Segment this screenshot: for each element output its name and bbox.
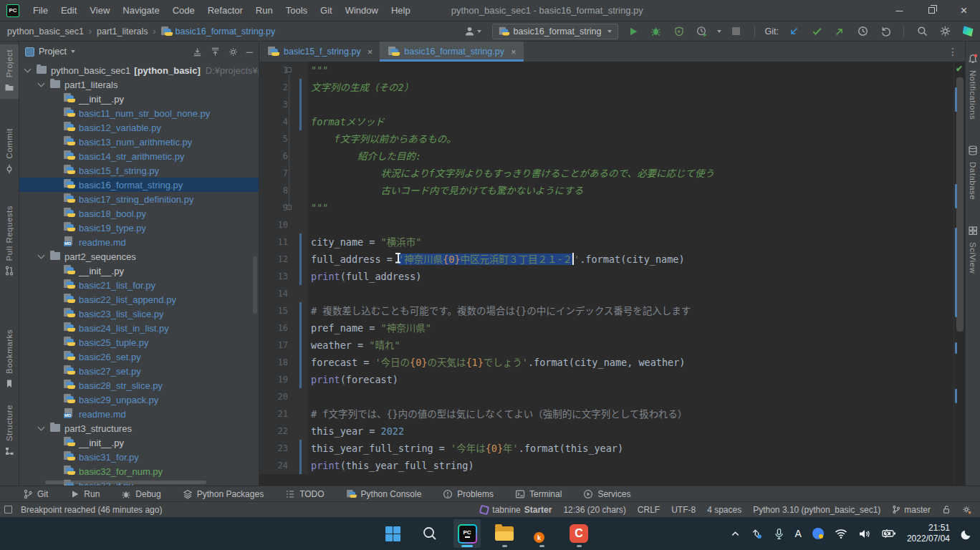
code-line-7[interactable]: 7 状況によりf文字列よりもすっきり書けることがあるので、必要に応じて使う [259, 165, 965, 182]
menu-window[interactable]: Window [339, 0, 385, 21]
tree-item-part1-literals[interactable]: part1_literals [19, 77, 259, 92]
stripe-button-database[interactable]: Database [966, 140, 980, 205]
focus-assist-moon-icon[interactable] [961, 528, 973, 540]
tree-item-basic28-str-slice-py[interactable]: basic28_str_slice.py [19, 378, 259, 392]
tab-basic15-f-string-py[interactable]: basic15_f_string.py× [259, 42, 380, 62]
breadcrumb-item-python-basic-sec1[interactable]: python_basic_sec1 [7, 26, 84, 37]
code-line-15[interactable]: 15# 複数差し込むことも可能です。複数の場合は{}の中にインデックス番号を記入… [259, 302, 965, 319]
tree-item-python-basic-sec1[interactable]: python_basic_sec1[python_basic]D:¥projec… [19, 63, 259, 77]
code-editor[interactable]: 1"""2文字列の生成（その2）34formatメソッド5 f文字列以前からある… [259, 62, 965, 486]
tree-item-init-py[interactable]: __init__.py [19, 92, 259, 106]
tool-window-layout-icon[interactable] [4, 506, 12, 513]
volume-icon[interactable] [858, 529, 871, 539]
tree-item-basic23-list-slice-py[interactable]: basic23_list_slice.py [19, 307, 259, 321]
code-line-12[interactable]: 12full_address = '神奈川県{0}中区元浜町３丁目２１-２'.f… [259, 251, 965, 268]
chevron-down-icon[interactable] [71, 50, 75, 53]
tabnine-button[interactable] [960, 24, 976, 39]
tree-item-basic15-f-string-py[interactable]: basic15_f_string.py [19, 163, 259, 178]
wifi-icon[interactable] [835, 529, 847, 539]
tree-item-basic21-list-for-py[interactable]: basic21_list_for.py [19, 278, 259, 292]
run-configuration-select[interactable]: basic16_format_string [492, 24, 618, 39]
editor-options-kebab-icon[interactable]: ⋮ [941, 42, 965, 62]
code-line-17[interactable]: 17weather = "晴れ" [259, 337, 965, 354]
code-line-6[interactable]: 6 紹介した目的: [259, 148, 965, 165]
tray-chevron-up-icon[interactable] [731, 529, 740, 539]
ime-indicator[interactable]: A [795, 528, 802, 539]
code-line-18[interactable]: 18forecast = '今日の{0}の天気は{1}でしょう'.format(… [259, 354, 965, 371]
stripe-button-pull-requests[interactable]: Pull Requests [0, 201, 19, 282]
tool-window-button-terminal[interactable]: Terminal [515, 489, 562, 499]
stripe-button-notifications[interactable]: Notifications [966, 49, 980, 125]
taskbar-clock[interactable]: 21:51 2022/07/04 [907, 523, 950, 544]
caret-position[interactable]: 12:36 (20 chars) [563, 505, 625, 515]
tool-window-button-python-packages[interactable]: Python Packages [183, 489, 264, 499]
google-drive-icon[interactable] [812, 528, 824, 539]
start-button[interactable] [379, 519, 406, 548]
minimize-button[interactable]: ─ [883, 0, 916, 21]
panel-settings-gear-icon[interactable] [229, 47, 238, 57]
code-line-9[interactable]: 9""" [259, 199, 965, 216]
change-stripe-mark[interactable] [955, 87, 957, 112]
stripe-button-structure[interactable]: Structure [0, 400, 19, 463]
sync-icon[interactable] [751, 528, 763, 540]
chevron-down-icon[interactable] [24, 66, 32, 73]
taskbar-pycharm-button[interactable]: PC [453, 519, 481, 548]
tree-item-basic17-string-definition-py[interactable]: basic17_string_definition.py [19, 192, 259, 206]
tree-item-basic12-variable-py[interactable]: basic12_variable.py [19, 120, 259, 135]
file-encoding[interactable]: UTF-8 [671, 505, 696, 515]
stripe-button-project[interactable]: Project [0, 44, 19, 99]
code-line-3[interactable]: 3 [259, 96, 965, 113]
menu-run[interactable]: Run [249, 0, 279, 21]
code-line-10[interactable]: 10 [259, 216, 965, 233]
run-button[interactable] [625, 24, 641, 39]
fold-marker-icon[interactable] [287, 67, 292, 72]
tree-item-basic26-set-py[interactable]: basic26_set.py [19, 349, 259, 364]
chevron-down-icon[interactable] [38, 252, 45, 259]
chevron-down-icon[interactable] [38, 80, 45, 87]
tree-item-basic13-num-arithmetic-py[interactable]: basic13_num_arithmetic.py [19, 135, 259, 149]
tree-item-part3-structures[interactable]: part3_structures [19, 421, 259, 435]
change-stripe-mark[interactable] [955, 184, 957, 208]
inspections-ok-icon[interactable]: ✔ [956, 64, 963, 74]
tool-window-button-problems[interactable]: Problems [443, 489, 494, 499]
select-opened-file-icon[interactable] [193, 47, 202, 57]
tree-item-part2-sequences[interactable]: part2_sequences [19, 249, 259, 264]
history-button[interactable] [855, 24, 870, 39]
code-line-8[interactable]: 8 古いコード内で見かけても驚かないようにする [259, 182, 965, 199]
tab-basic16-format-string-py[interactable]: basic16_format_string.py× [380, 42, 523, 62]
tree-item-basic22-list-append-py[interactable]: basic22_list_append.py [19, 292, 259, 307]
change-stripe-mark[interactable] [955, 389, 957, 403]
tree-item-basic27-set-py[interactable]: basic27_set.py [19, 364, 259, 378]
search-everywhere-button[interactable] [914, 24, 930, 39]
line-separator[interactable]: CRLF [638, 505, 660, 515]
restore-button[interactable] [916, 0, 948, 21]
microphone-icon[interactable] [774, 528, 784, 540]
code-line-20[interactable]: 20 [259, 388, 965, 405]
run-with-coverage-button[interactable] [671, 24, 687, 39]
stripe-button-bookmarks[interactable]: Bookmarks [0, 324, 19, 395]
close-button[interactable]: × [948, 0, 980, 21]
code-line-16[interactable]: 16pref_name = "神奈川県" [259, 319, 965, 337]
tree-item-basic32-for-num-py[interactable]: basic32_for_num.py [19, 464, 259, 478]
tree-item-basic14-str-arithmetic-py[interactable]: basic14_str_arithmetic.py [19, 149, 259, 163]
code-line-4[interactable]: 4formatメソッド [259, 113, 965, 130]
tree-item-basic16-format-string-py[interactable]: basic16_format_string.py [19, 178, 259, 192]
tree-item-basic11-num-str-bool-none-py[interactable]: basic11_num_str_bool_none.py [19, 106, 259, 120]
taskbar-camtasia-button[interactable]: C [565, 519, 592, 548]
code-line-2[interactable]: 2文字列の生成（その2） [259, 79, 965, 96]
notifications-gear-icon[interactable] [962, 505, 971, 514]
taskbar-explorer-button[interactable] [491, 519, 518, 548]
user-profile-button[interactable] [461, 24, 485, 39]
rollback-button[interactable] [878, 24, 893, 39]
menu-file[interactable]: File [27, 0, 54, 21]
tool-window-button-services[interactable]: Services [583, 489, 630, 499]
menu-edit[interactable]: Edit [54, 0, 83, 21]
push-button[interactable] [832, 24, 847, 39]
code-line-21[interactable]: 21# f文字列では、{}内の値の型は気にしなくてよい（強制的に文字列として扱わ… [259, 405, 965, 423]
update-project-button[interactable] [786, 24, 802, 39]
close-icon[interactable]: × [511, 47, 517, 57]
taskbar-chrome-button[interactable]: k [528, 519, 555, 548]
tree-item-readme-md[interactable]: readme.md [19, 407, 259, 421]
tree-item-basic19-type-py[interactable]: basic19_type.py [19, 221, 259, 235]
menu-git[interactable]: Git [314, 0, 339, 21]
